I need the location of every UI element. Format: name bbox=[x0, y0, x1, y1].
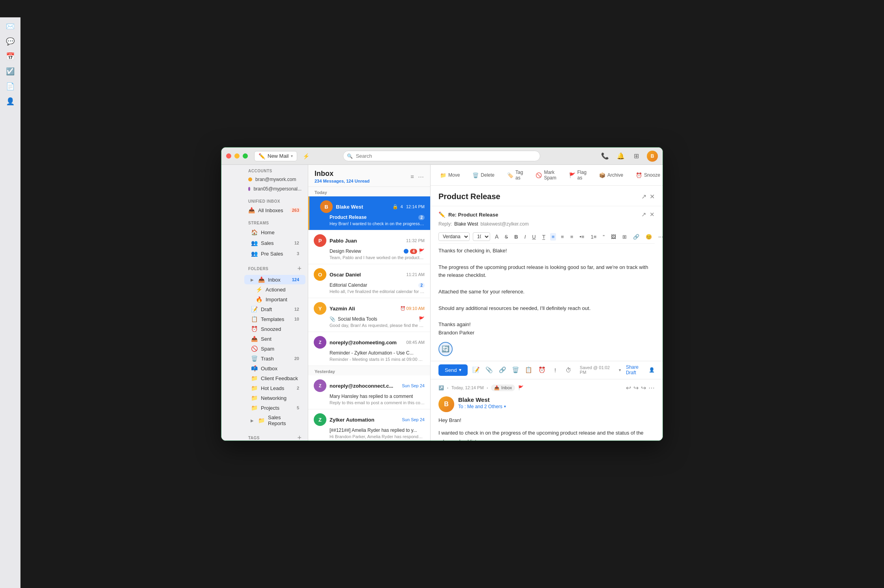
folder-important[interactable]: 🔥 Important bbox=[244, 295, 305, 304]
add-folder-button[interactable]: + bbox=[297, 265, 302, 273]
delete-icon: 🗑️ bbox=[472, 172, 479, 178]
emoji-icon[interactable]: 😊 bbox=[644, 233, 654, 241]
green-flag-icon: 🚩 bbox=[419, 316, 425, 322]
sidebar-item-home[interactable]: 🏠 Home bbox=[244, 227, 305, 237]
align-left-icon[interactable]: ≡ bbox=[550, 233, 556, 241]
close-button[interactable] bbox=[226, 153, 231, 159]
thread-to-row[interactable]: To : Me and 2 Others ▾ bbox=[458, 404, 506, 409]
mark-spam-button[interactable]: 🚫 Mark Spam bbox=[532, 168, 559, 182]
folder-actioned[interactable]: ⚡ Actioned bbox=[244, 285, 305, 294]
move-label: Move bbox=[448, 172, 460, 178]
chevron-sales-icon: ▶ bbox=[251, 418, 254, 423]
sidebar-item-sales[interactable]: 👥 Sales 12 bbox=[244, 238, 305, 248]
send-dropdown-icon[interactable]: ▾ bbox=[459, 367, 461, 373]
font-style-icon[interactable]: A bbox=[493, 233, 500, 241]
align-right-icon[interactable]: ≡ bbox=[569, 233, 575, 241]
delete-button[interactable]: 🗑️ Delete bbox=[469, 171, 498, 180]
schedule-icon[interactable]: ⏰ bbox=[537, 364, 547, 375]
attach-icon[interactable]: 📎 bbox=[484, 364, 494, 375]
archive-button[interactable]: 📦 Archive bbox=[596, 171, 626, 180]
bullet-list-icon[interactable]: •≡ bbox=[578, 233, 586, 241]
send-button[interactable]: Send ▾ bbox=[438, 364, 468, 376]
align-center-icon[interactable]: ≡ bbox=[559, 233, 566, 241]
email-item-blake-west[interactable]: B Blake West 🔒 4 12:14 PM Product Releas… bbox=[308, 196, 430, 230]
email-item-noreply-zoom[interactable]: Z noreply@zohomeeting.com 08:45 AM Remin… bbox=[308, 332, 430, 366]
folder-templates[interactable]: 📋 Templates 10 bbox=[244, 314, 305, 324]
link-attach-icon[interactable]: 🔗 bbox=[497, 364, 507, 375]
email-item-pablo-juan[interactable]: P Pablo Juan 11:32 PM Design Review 4 🚩 bbox=[308, 230, 430, 264]
account-bran05-mypersonal[interactable]: bran05@mypersonal... bbox=[242, 184, 308, 194]
format-icon[interactable]: T̲ bbox=[541, 233, 547, 241]
minimize-button[interactable] bbox=[234, 153, 240, 159]
folder-sent[interactable]: 📤 Sent bbox=[244, 334, 305, 343]
sidebar-item-pre-sales[interactable]: 👥 Pre Sales 3 bbox=[244, 248, 305, 259]
folder-outbox[interactable]: 📫 Outbox bbox=[244, 364, 305, 373]
image-icon[interactable]: 🖼 bbox=[609, 233, 618, 241]
reply-all-icon[interactable]: ↪ bbox=[633, 384, 639, 392]
reply-body[interactable]: Thanks for checking in, Blake! The progr… bbox=[438, 247, 655, 356]
trash-compose-icon[interactable]: 🗑️ bbox=[511, 364, 521, 375]
folder-networking[interactable]: 📁 Networking bbox=[244, 393, 305, 403]
compose-options-icon[interactable]: 📝 bbox=[471, 364, 481, 375]
template-icon[interactable]: 📋 bbox=[524, 364, 534, 375]
email-item-yazmin[interactable]: Y Yazmin Ali ⏰ 09:10 AM 📎 Social Media T… bbox=[308, 298, 430, 332]
font-family-select[interactable]: Verdana bbox=[438, 232, 470, 241]
reply-icon[interactable]: ↩ bbox=[626, 384, 631, 392]
email-item-zylker[interactable]: Z Zylker Automation Sun Sep 24 [##121##]… bbox=[308, 409, 430, 441]
detail-close-icon[interactable]: ✕ bbox=[650, 193, 655, 200]
share-draft-button[interactable]: Share Draft 👤 bbox=[626, 364, 655, 375]
flag-as-button[interactable]: 🚩 Flag as bbox=[566, 168, 590, 182]
move-button[interactable]: 📁 Move bbox=[437, 171, 463, 180]
zylker-sender: Zylker Automation bbox=[330, 417, 399, 423]
folder-actioned-label: Actioned bbox=[266, 287, 299, 293]
tag-as-button[interactable]: 🏷️ Tag as bbox=[504, 168, 526, 182]
folder-sales-reports[interactable]: ▶ 📁 Sales Reports bbox=[244, 413, 305, 428]
avatar[interactable]: B bbox=[647, 151, 658, 162]
filter-icon[interactable]: ≡ bbox=[410, 173, 414, 180]
bold-button[interactable]: B bbox=[513, 233, 519, 241]
bell-icon[interactable]: 🔔 bbox=[615, 151, 626, 162]
folder-snoozed[interactable]: ⏰ Snoozed bbox=[244, 324, 305, 334]
table-icon[interactable]: ⊞ bbox=[621, 233, 628, 241]
font-size-select[interactable]: 10 bbox=[473, 232, 490, 241]
email-item-noreply-connect[interactable]: Z noreply@zohoconnect.c... Sun Sep 24 Ma… bbox=[308, 375, 430, 409]
folder-draft[interactable]: 📝 Draft 12 bbox=[244, 304, 305, 314]
strikethrough-icon[interactable]: S̶ bbox=[503, 233, 509, 241]
snooze-button[interactable]: ⏰ Snooze bbox=[633, 171, 663, 180]
phone-icon[interactable]: 📞 bbox=[599, 151, 611, 162]
account-bran-mywork[interactable]: bran@mywork.com bbox=[242, 175, 308, 184]
send-label: Send bbox=[445, 367, 457, 373]
ordered-list-icon[interactable]: 1≡ bbox=[589, 233, 598, 241]
lightning-button[interactable]: ⚡ bbox=[300, 151, 311, 162]
all-inboxes-item[interactable]: 📥 All Inboxes 263 bbox=[242, 205, 308, 215]
email-row1-pablo: P Pablo Juan 11:32 PM bbox=[314, 234, 425, 247]
link-icon[interactable]: 🔗 bbox=[631, 233, 641, 241]
search-input[interactable] bbox=[343, 151, 540, 161]
folder-hot-leads[interactable]: 📁 Hot Leads 2 bbox=[244, 383, 305, 393]
underline-button[interactable]: U bbox=[530, 233, 537, 241]
folder-client-feedback[interactable]: 📁 Client Feedback bbox=[244, 373, 305, 383]
new-mail-button[interactable]: ✏️ New Mail ▾ bbox=[254, 151, 297, 161]
quote-icon[interactable]: " bbox=[601, 233, 607, 241]
exclamation-icon[interactable]: ! bbox=[550, 364, 560, 375]
add-tag-button[interactable]: + bbox=[297, 434, 302, 441]
expand-reply-icon[interactable]: ↗ bbox=[641, 211, 646, 218]
folder-projects[interactable]: 📁 Projects 5 bbox=[244, 403, 305, 413]
folder-spam[interactable]: 🚫 Spam bbox=[244, 344, 305, 353]
forward-icon[interactable]: ↪ bbox=[641, 384, 646, 392]
folder-trash[interactable]: 🗑️ Trash 20 bbox=[244, 354, 305, 363]
more-format-icon[interactable]: ⋯ bbox=[657, 233, 663, 241]
timer-icon[interactable]: ⏱ bbox=[564, 364, 573, 375]
email-item-oscar[interactable]: O Oscar Daniel 11:21 AM Editorial Calend… bbox=[308, 264, 430, 298]
maximize-button[interactable] bbox=[243, 153, 248, 159]
expand-icon[interactable]: ↗ bbox=[641, 193, 646, 200]
layout-icon[interactable]: ⊞ bbox=[631, 151, 642, 162]
more-thread-icon[interactable]: ⋯ bbox=[648, 384, 655, 392]
close-reply-icon[interactable]: ✕ bbox=[650, 211, 655, 218]
italic-button[interactable]: I bbox=[523, 233, 528, 241]
titlebar-actions: 📞 🔔 ⊞ B bbox=[599, 151, 658, 162]
more-options-icon[interactable]: ⋯ bbox=[418, 173, 424, 180]
saved-dropdown-icon[interactable]: ▾ bbox=[619, 368, 621, 373]
saved-status: Saved @ 01:02 PM bbox=[580, 365, 614, 375]
folder-inbox[interactable]: ▶ 📥 Inbox 124 bbox=[244, 275, 305, 284]
